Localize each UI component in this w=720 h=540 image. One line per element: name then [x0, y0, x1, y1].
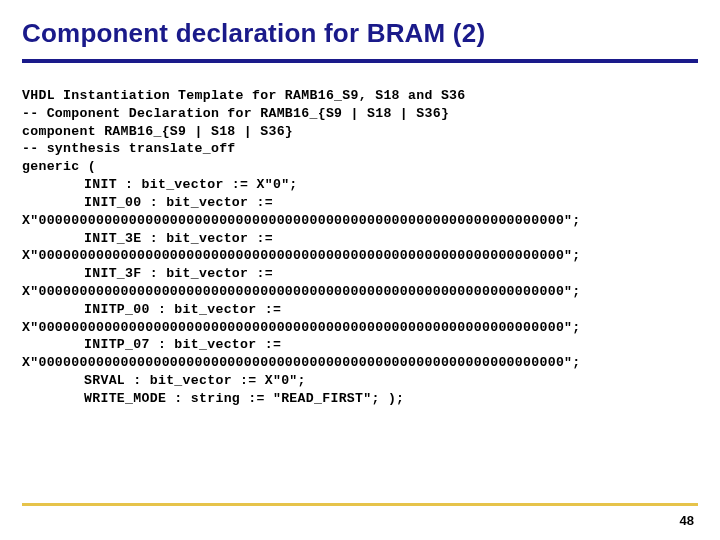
code-block: VHDL Instantiation Template for RAMB16_S… [22, 87, 698, 408]
code-line: component RAMB16_{S9 | S18 | S36} [22, 124, 293, 139]
code-line: X"00000000000000000000000000000000000000… [22, 284, 581, 299]
slide: Component declaration for BRAM (2) VHDL … [0, 0, 720, 540]
code-line: INITP_07 : bit_vector := [22, 336, 281, 354]
code-line: INITP_00 : bit_vector := [22, 301, 281, 319]
page-number: 48 [680, 513, 694, 528]
code-line: X"00000000000000000000000000000000000000… [22, 355, 581, 370]
code-line: -- synthesis translate_off [22, 141, 236, 156]
code-line: -- Component Declaration for RAMB16_{S9 … [22, 106, 449, 121]
code-line: SRVAL : bit_vector := X"0"; [22, 372, 306, 390]
code-line: X"00000000000000000000000000000000000000… [22, 320, 581, 335]
code-line: generic ( [22, 159, 96, 174]
code-line: INIT : bit_vector := X"0"; [22, 176, 298, 194]
code-line: INIT_3E : bit_vector := [22, 230, 273, 248]
code-line: WRITE_MODE : string := "READ_FIRST"; ); [22, 390, 404, 408]
code-line: X"00000000000000000000000000000000000000… [22, 248, 581, 263]
code-line: INIT_3F : bit_vector := [22, 265, 273, 283]
slide-title: Component declaration for BRAM (2) [22, 18, 698, 49]
code-line: VHDL Instantiation Template for RAMB16_S… [22, 88, 466, 103]
code-line: X"00000000000000000000000000000000000000… [22, 213, 581, 228]
footer-divider [22, 503, 698, 506]
title-underline [22, 59, 698, 63]
code-line: INIT_00 : bit_vector := [22, 194, 273, 212]
